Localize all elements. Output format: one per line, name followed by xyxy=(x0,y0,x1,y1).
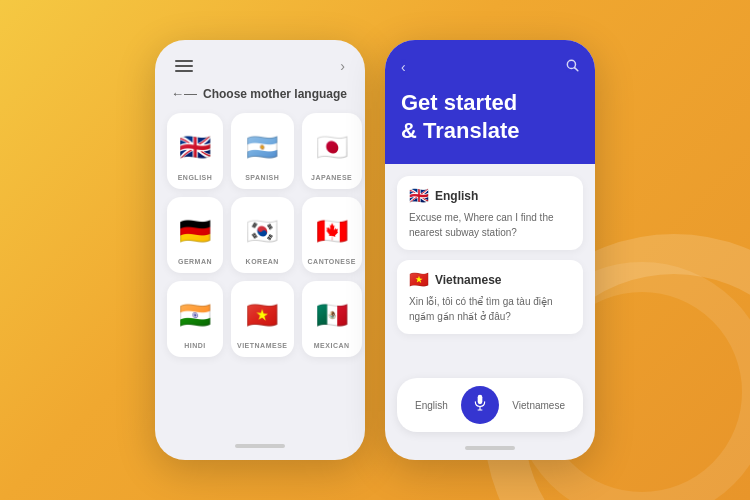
left-phone: › ←— Choose mother language 🇬🇧 ENGLISH 🇦… xyxy=(155,40,365,460)
flag-korean: 🇰🇷 xyxy=(240,209,284,253)
source-text: Excuse me, Where can I find the nearest … xyxy=(409,210,571,240)
lang-item-spanish[interactable]: 🇦🇷 SPANISH xyxy=(231,113,294,189)
lang-item-english[interactable]: 🇬🇧 ENGLISH xyxy=(167,113,223,189)
home-indicator-right xyxy=(465,446,515,450)
page-title: Get started& Translate xyxy=(401,89,579,144)
lang-label-mexican: MEXICAN xyxy=(314,342,350,349)
menu-icon[interactable] xyxy=(175,60,193,72)
svg-line-1 xyxy=(575,68,578,71)
lang-label-german: GERMAN xyxy=(178,258,212,265)
lang-item-german[interactable]: 🇩🇪 GERMAN xyxy=(167,197,223,273)
lang-item-vietnamese[interactable]: 🇻🇳 VIETNAMESE xyxy=(231,281,294,357)
source-lang-label: 🇬🇧 English xyxy=(409,186,571,205)
mic-button[interactable] xyxy=(461,386,499,424)
lang-label-english: ENGLISH xyxy=(178,174,213,181)
lang-label-spanish: SPANISH xyxy=(245,174,279,181)
flag-english: 🇬🇧 xyxy=(173,125,217,169)
choose-language-title: Choose mother language xyxy=(203,87,347,101)
microphone-icon xyxy=(473,394,487,416)
lang-label-korean: KOREAN xyxy=(246,258,279,265)
header-back-icon[interactable]: ‹ xyxy=(401,59,406,75)
lang-item-korean[interactable]: 🇰🇷 KOREAN xyxy=(231,197,294,273)
lang-item-japanese[interactable]: 🇯🇵 JAPANESE xyxy=(302,113,362,189)
source-flag-icon: 🇬🇧 xyxy=(409,186,429,205)
right-phone: ‹ Get started& Translate 🇬🇧 English Excu… xyxy=(385,40,595,460)
lang-label-hindi: HINDI xyxy=(184,342,206,349)
lang-label-cantonese: CANTONESE xyxy=(308,258,356,265)
target-lang-name: Vietnamese xyxy=(435,273,502,287)
flag-cantonese: 🇨🇦 xyxy=(310,209,354,253)
target-flag-icon: 🇻🇳 xyxy=(409,270,429,289)
flag-vietnamese: 🇻🇳 xyxy=(240,293,284,337)
back-nav: ←— Choose mother language xyxy=(155,82,365,113)
source-language-card: 🇬🇧 English Excuse me, Where can I find t… xyxy=(397,176,583,250)
lang-item-cantonese[interactable]: 🇨🇦 CANTONESE xyxy=(302,197,362,273)
flag-german: 🇩🇪 xyxy=(173,209,217,253)
header-top: ‹ xyxy=(401,58,579,75)
target-language-card: 🇻🇳 Vietnamese Xin lỗi, tôi có thể tìm ga… xyxy=(397,260,583,334)
translate-content: 🇬🇧 English Excuse me, Where can I find t… xyxy=(385,164,595,378)
source-lang-name: English xyxy=(435,189,478,203)
top-bar: › xyxy=(155,40,365,82)
header: ‹ Get started& Translate xyxy=(385,40,595,164)
flag-japanese: 🇯🇵 xyxy=(310,125,354,169)
language-switcher-bar: English Vietnamese xyxy=(397,378,583,432)
flag-mexican: 🇲🇽 xyxy=(310,293,354,337)
flag-spanish: 🇦🇷 xyxy=(240,125,284,169)
flag-hindi: 🇮🇳 xyxy=(173,293,217,337)
target-text: Xin lỗi, tôi có thể tìm ga tàu điện ngầm… xyxy=(409,294,571,324)
lang-item-hindi[interactable]: 🇮🇳 HINDI xyxy=(167,281,223,357)
target-lang-label: 🇻🇳 Vietnamese xyxy=(409,270,571,289)
back-arrow-icon[interactable]: ←— xyxy=(171,86,197,101)
home-indicator-left xyxy=(235,444,285,448)
phones-container: › ←— Choose mother language 🇬🇧 ENGLISH 🇦… xyxy=(155,40,595,460)
lang-label-japanese: JAPANESE xyxy=(311,174,352,181)
language-grid: 🇬🇧 ENGLISH 🇦🇷 SPANISH 🇯🇵 JAPANESE 🇩🇪 GER… xyxy=(155,113,365,357)
lang-label-vietnamese: VIETNAMESE xyxy=(237,342,288,349)
search-icon[interactable] xyxy=(565,58,579,75)
source-lang-button[interactable]: English xyxy=(407,396,456,415)
svg-rect-2 xyxy=(478,395,483,404)
target-lang-button[interactable]: Vietnamese xyxy=(504,396,573,415)
lang-item-mexican[interactable]: 🇲🇽 MEXICAN xyxy=(302,281,362,357)
chevron-right-icon: › xyxy=(340,58,345,74)
